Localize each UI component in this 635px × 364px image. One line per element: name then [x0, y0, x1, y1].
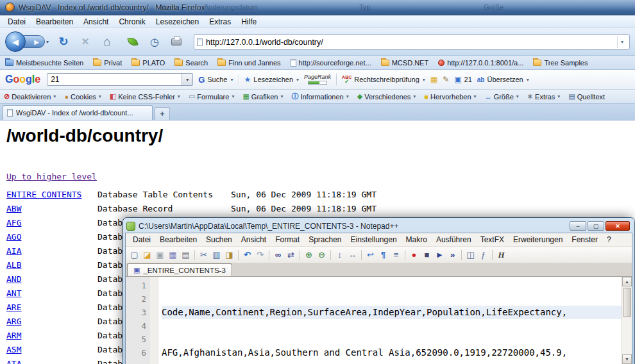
close-button[interactable]: ✕: [605, 221, 630, 231]
translate-button[interactable]: abÜbersetzen▾: [477, 76, 529, 83]
stop-button[interactable]: ✕: [77, 33, 94, 50]
tab-wsgidav[interactable]: WsgiDAV - Index of /world-db/count...: [3, 105, 153, 120]
history-dropdown-icon[interactable]: ▾: [46, 39, 49, 45]
zoom-out-icon[interactable]: ⊖: [316, 249, 328, 261]
menu-bearbeiten[interactable]: Bearbeiten: [31, 16, 78, 28]
forward-button[interactable]: ▶: [23, 35, 45, 48]
function-list-icon[interactable]: ƒ: [477, 249, 489, 261]
entry-link[interactable]: AFG: [6, 216, 97, 230]
print-icon[interactable]: ▤: [180, 249, 192, 261]
sync-horizontal-icon[interactable]: ↔: [346, 249, 359, 261]
save-all-icon[interactable]: ▦: [167, 249, 179, 261]
bookmark-finn-und-jannes[interactable]: Finn und Jannes: [217, 59, 280, 67]
entry-link[interactable]: AGO: [6, 230, 97, 244]
webdev-quelltext[interactable]: ▤Quelltext: [568, 92, 605, 101]
bookmark-mcsd[interactable]: MCSD.NET: [381, 59, 428, 67]
scrollbar-track[interactable]: [622, 318, 632, 354]
new-tab-button[interactable]: +: [155, 107, 170, 120]
entry-link[interactable]: ALB: [6, 258, 97, 272]
pagerank-indicator[interactable]: PageRank: [304, 74, 331, 85]
back-button[interactable]: ◀: [5, 31, 26, 52]
np-menu-sprachen[interactable]: Sprachen: [304, 234, 346, 245]
print-button[interactable]: [168, 33, 185, 50]
entry-link[interactable]: ABW: [6, 202, 97, 216]
spellcheck-button[interactable]: ABC✓Rechtschreibprüfung▾: [342, 75, 425, 85]
minimize-button[interactable]: –: [570, 221, 586, 231]
webdev-css[interactable]: ◧Keine CSS-Fehler▾: [110, 92, 180, 101]
np-menu-format[interactable]: Format: [271, 234, 304, 245]
webdev-hervorheben[interactable]: ■Hervorheben▾: [424, 93, 476, 101]
np-menu-bearbeiten[interactable]: Bearbeiten: [155, 234, 201, 245]
doc-switcher-icon[interactable]: ◫: [464, 249, 477, 261]
counter-badge[interactable]: ▣21: [454, 75, 472, 84]
paste-icon[interactable]: ◨: [223, 249, 235, 261]
entry-link[interactable]: AIA: [6, 244, 97, 258]
webdev-grafiken[interactable]: ▦Grafiken▾: [242, 92, 283, 101]
entry-link[interactable]: ANT: [6, 286, 97, 301]
bookmark-search[interactable]: Search: [174, 59, 208, 67]
bookmark-privat[interactable]: Privat: [93, 59, 122, 67]
sync-vertical-icon[interactable]: ↕: [334, 249, 346, 261]
bookmark-most-visited[interactable]: Meistbesuchte Seiten: [5, 59, 83, 67]
new-file-icon[interactable]: ▢: [128, 249, 140, 261]
url-bar[interactable]: ▾: [194, 34, 630, 50]
word-wrap-icon[interactable]: ↩: [364, 249, 377, 261]
find-icon[interactable]: ∞: [272, 249, 284, 261]
record-macro-icon[interactable]: ●: [408, 249, 420, 261]
open-file-icon[interactable]: ◪: [141, 249, 153, 261]
entry-link[interactable]: AND: [6, 272, 97, 286]
maximize-button[interactable]: ▢: [588, 221, 604, 231]
notepad-titlebar[interactable]: C:\Users\Martin\AppData\Local\Temp\_ENTI…: [125, 219, 632, 233]
webdev-deaktivieren[interactable]: ⊘Deaktivieren▾: [4, 92, 56, 101]
np-menu-erweiterungen[interactable]: Erweiterungen: [509, 234, 567, 245]
google-bookmarks-button[interactable]: ★Lesezeichen▾: [244, 75, 300, 84]
google-search-box[interactable]: ▾: [47, 73, 193, 86]
home-button[interactable]: ⌂: [99, 33, 115, 50]
webdev-groesse[interactable]: ↔Größe▾: [485, 93, 519, 101]
entry-link[interactable]: ARM: [6, 329, 97, 343]
bookmark-localhost-8001[interactable]: http://127.0.0.1:8001/a...: [438, 59, 523, 67]
google-search-input[interactable]: [47, 75, 182, 84]
menu-chronik[interactable]: Chronik: [114, 16, 150, 28]
np-menu-textfx[interactable]: TextFX: [476, 234, 509, 245]
search-history-dropdown-icon[interactable]: ▾: [182, 74, 192, 85]
bookmark-sourceforge[interactable]: http://sourceforge.net...: [291, 59, 371, 67]
np-menu-suchen[interactable]: Suchen: [201, 234, 237, 245]
indent-guide-icon[interactable]: ≡: [390, 249, 402, 261]
np-menu-makro[interactable]: Makro: [402, 234, 432, 245]
stop-macro-icon[interactable]: ■: [421, 249, 433, 261]
webdev-extras[interactable]: ∗Extras▾: [527, 92, 560, 101]
np-menu-hilfe[interactable]: ?: [602, 234, 616, 245]
save-icon[interactable]: ▣: [154, 249, 166, 261]
entry-link[interactable]: ENTIRE CONTENTS: [6, 188, 97, 202]
entry-link[interactable]: ATA: [6, 357, 97, 364]
undo-icon[interactable]: ↶: [241, 249, 253, 261]
entry-link[interactable]: ASM: [6, 343, 97, 357]
play-macro-icon[interactable]: ►: [434, 249, 446, 261]
bookmark-plato[interactable]: PLATO: [131, 59, 165, 67]
scroll-up-icon[interactable]: ▲: [622, 277, 632, 286]
show-symbols-icon[interactable]: ¶: [377, 249, 389, 261]
html-preview-icon[interactable]: H: [495, 249, 507, 261]
menu-extras[interactable]: Extras: [204, 16, 236, 28]
history-button[interactable]: ◷: [146, 33, 163, 50]
run-macro-multiple-icon[interactable]: »: [446, 249, 459, 261]
firefox-titlebar[interactable]: WsgiDAV - Index of /world-db/country/ - …: [0, 0, 635, 15]
notepad-tab[interactable]: ▣ _ENTIRE_CONTENTS-3: [127, 263, 232, 276]
np-menu-fenster[interactable]: Fenster: [567, 234, 602, 245]
autofill-button[interactable]: ▦: [430, 75, 437, 84]
webdev-informationen[interactable]: ⓘInformationen▾: [291, 92, 348, 101]
addon-button[interactable]: [124, 33, 141, 50]
scroll-down-icon[interactable]: ▼: [622, 354, 632, 364]
np-menu-ansicht[interactable]: Ansicht: [237, 234, 271, 245]
cut-icon[interactable]: ✂: [198, 249, 210, 261]
webdev-formulare[interactable]: ▭Formulare▾: [189, 92, 235, 101]
url-input[interactable]: [206, 38, 614, 47]
edit-button[interactable]: ✎: [443, 75, 449, 84]
editor-scrollbar[interactable]: ▲ ▼: [622, 277, 632, 364]
reload-button[interactable]: ↻: [55, 33, 72, 50]
notepad-editor[interactable]: 1 2 3 4 5 6 Code,Name,Continent,Region,S…: [126, 277, 632, 364]
bookmark-tree-samples[interactable]: Tree Samples: [533, 59, 588, 67]
entry-link[interactable]: ARG: [6, 315, 97, 329]
np-menu-einstellungen[interactable]: Einstellungen: [346, 234, 402, 245]
